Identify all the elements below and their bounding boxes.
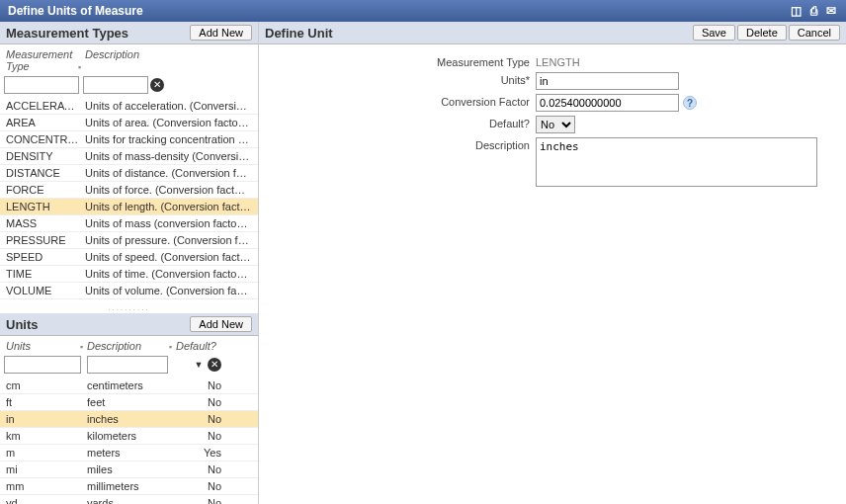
sort-asc-icon: ▪ [80, 342, 83, 352]
main: Measurement Types Add New Measurement Ty… [0, 22, 846, 504]
splitter[interactable]: ∙∙∙∙∙∙∙∙∙∙ [0, 305, 258, 313]
cell-default: No [174, 496, 235, 504]
page-title: Define Units of Measure [8, 4, 143, 18]
measurement-types-filter-row: ✕ [0, 74, 258, 98]
table-row[interactable]: LENGTHUnits of length. (Conversion facto… [0, 199, 258, 215]
cell-type: TIME [4, 267, 83, 281]
add-measurement-type-button[interactable]: Add New [190, 25, 252, 41]
filter-units[interactable] [4, 356, 81, 374]
cell-desc: Units of pressure. (Conversion factor to… [83, 233, 253, 247]
cell-unit: m [4, 446, 85, 460]
print-icon[interactable]: ⎙ [806, 4, 820, 18]
define-unit-heading: Define Unit [265, 26, 333, 41]
cell-default: No [174, 412, 235, 426]
cell-desc: Units of length. (Conversion factor to m… [83, 200, 253, 213]
table-row[interactable]: ininchesNo [0, 411, 258, 428]
table-row[interactable]: MASSUnits of mass (conversion factor to … [0, 215, 258, 232]
cell-unit-desc: inches [85, 412, 174, 426]
filter-unit-description[interactable] [87, 356, 168, 374]
define-unit-header: Define Unit Save Delete Cancel [259, 22, 846, 44]
cell-unit-desc: millimeters [85, 479, 174, 493]
table-row[interactable]: AREAUnits of area. (Conversion factor to… [0, 115, 258, 131]
save-button[interactable]: Save [693, 25, 735, 41]
cell-unit-desc: meters [85, 446, 174, 460]
measurement-types-heading: Measurement Types [6, 26, 128, 41]
clear-unit-filters-icon[interactable]: ✕ [208, 358, 221, 372]
cell-desc: Units of time. (Conversion factor to sec… [83, 267, 253, 281]
col-units[interactable]: Units▪ [4, 338, 85, 354]
table-row[interactable]: SPEEDUnits of speed. (Conversion factor … [0, 249, 258, 266]
filter-default-dropdown-icon[interactable]: ▼ [192, 360, 206, 370]
label-measurement-type: Measurement Type [259, 54, 536, 68]
left-pane: Measurement Types Add New Measurement Ty… [0, 22, 259, 504]
cell-type: VOLUME [4, 284, 83, 297]
value-measurement-type: LENGTH [536, 54, 580, 68]
cell-default: No [174, 429, 235, 443]
measurement-types-grid[interactable]: ACCELERATIONUnits of acceleration. (Conv… [0, 98, 258, 305]
cell-type: CONCENTRATION [4, 132, 83, 146]
measurement-types-columns: Measurement Type▪ Description [0, 44, 258, 74]
table-row[interactable]: TIMEUnits of time. (Conversion factor to… [0, 266, 258, 283]
cell-desc: Units of mass (conversion factor to kg) [83, 216, 253, 230]
table-row[interactable]: PRESSUREUnits of pressure. (Conversion f… [0, 232, 258, 249]
help-icon[interactable]: ? [683, 96, 697, 110]
clear-filters-icon[interactable]: ✕ [150, 78, 164, 92]
cell-unit: in [4, 412, 85, 426]
cell-unit-desc: yards [85, 496, 174, 504]
cell-desc: Units of area. (Conversion factor to squ… [83, 116, 253, 129]
measurement-types-section: Measurement Types Add New Measurement Ty… [0, 22, 258, 305]
units-header: Units Add New [0, 313, 258, 336]
cell-unit: km [4, 429, 85, 443]
titlebar: Define Units of Measure ◫ ⎙ ✉ [0, 0, 846, 22]
cell-desc: Units of mass-density (Conversion factor… [83, 149, 253, 163]
filter-measurement-type[interactable] [4, 76, 79, 94]
conversion-factor-input[interactable] [536, 94, 679, 112]
table-row[interactable]: mmmillimetersNo [0, 478, 258, 495]
define-unit-buttons: Save Delete Cancel [693, 25, 840, 41]
table-row[interactable]: VOLUMEUnits of volume. (Conversion facto… [0, 283, 258, 299]
delete-button[interactable]: Delete [737, 25, 787, 41]
cancel-button[interactable]: Cancel [789, 25, 840, 41]
titlebar-actions: ◫ ⎙ ✉ [789, 4, 838, 18]
cell-default: No [174, 378, 235, 392]
default-select[interactable]: NoYes [536, 116, 575, 133]
sort-asc-icon: ▪ [169, 342, 172, 352]
mail-icon[interactable]: ✉ [824, 4, 838, 18]
table-row[interactable]: FORCEUnits of force. (Conversion factor … [0, 182, 258, 199]
cell-desc: Units for tracking concentration of subs… [83, 132, 253, 146]
table-row[interactable]: DISTANCEUnits of distance. (Conversion f… [0, 165, 258, 182]
right-pane: Define Unit Save Delete Cancel Measureme… [259, 22, 846, 504]
cell-default: No [174, 462, 235, 476]
cell-unit-desc: centimeters [85, 378, 174, 392]
col-measurement-type[interactable]: Measurement Type▪ [4, 46, 83, 74]
cell-type: AREA [4, 116, 83, 129]
table-row[interactable]: ACCELERATIONUnits of acceleration. (Conv… [0, 98, 258, 115]
cell-desc: Units of volume. (Conversion factor to L… [83, 284, 253, 297]
col-default[interactable]: Default? [174, 338, 219, 354]
table-row[interactable]: CONCENTRATIONUnits for tracking concentr… [0, 131, 258, 148]
description-textarea[interactable] [536, 137, 817, 187]
table-row[interactable]: mmetersYes [0, 445, 258, 462]
table-row[interactable]: cmcentimetersNo [0, 378, 258, 394]
table-row[interactable]: ftfeetNo [0, 394, 258, 411]
filter-description[interactable] [83, 76, 148, 94]
units-heading: Units [6, 317, 39, 332]
cell-type: PRESSURE [4, 233, 83, 247]
table-row[interactable]: ydyardsNo [0, 495, 258, 504]
label-default: Default? [259, 116, 536, 129]
cell-type: DENSITY [4, 149, 83, 163]
cell-default: No [174, 395, 235, 409]
cell-default: Yes [174, 446, 235, 460]
table-row[interactable]: kmkilometersNo [0, 428, 258, 445]
add-unit-button[interactable]: Add New [190, 316, 252, 332]
units-grid[interactable]: cmcentimetersNoftfeetNoininchesNokmkilom… [0, 378, 258, 504]
new-window-icon[interactable]: ◫ [789, 4, 803, 18]
define-unit-form: Measurement Type LENGTH Units* Conversio… [259, 44, 846, 201]
table-row[interactable]: DENSITYUnits of mass-density (Conversion… [0, 148, 258, 165]
table-row[interactable]: mimilesNo [0, 462, 258, 478]
cell-unit-desc: kilometers [85, 429, 174, 443]
col-description[interactable]: Description [83, 46, 253, 74]
units-input[interactable] [536, 72, 679, 90]
col-unit-description[interactable]: Description▪ [85, 338, 174, 354]
units-section: Units Add New Units▪ Description▪ Defaul… [0, 313, 258, 504]
